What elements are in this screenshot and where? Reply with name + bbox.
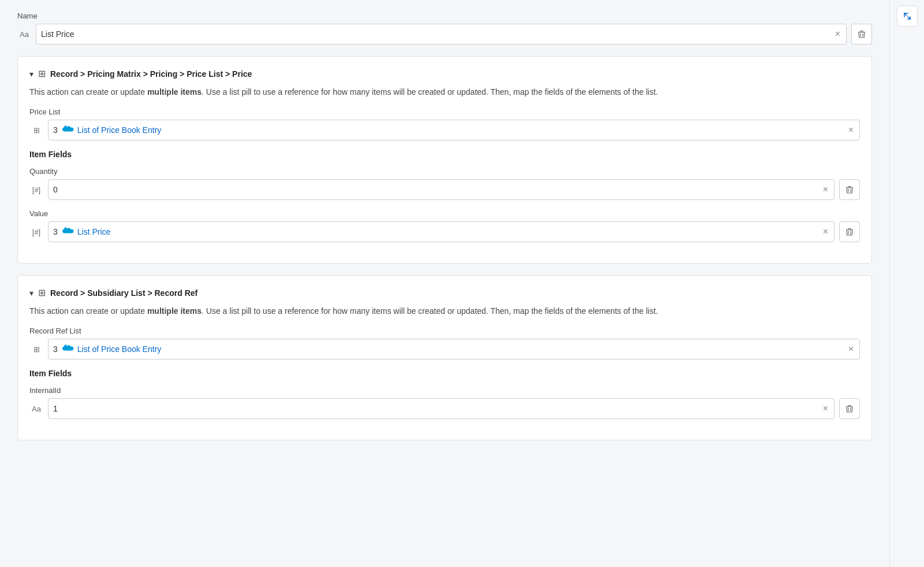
record-ref-pill-number: 3 [53, 344, 58, 354]
value-row: [#] 3 List Price × [29, 221, 860, 242]
price-list-field-group: Price List ⊞ 3 List of Price Book Entry … [29, 108, 860, 140]
section-1-item-fields-label: Item Fields [29, 150, 860, 159]
section-1-description: This action can create or update multipl… [29, 86, 860, 98]
internal-id-input[interactable] [53, 404, 822, 413]
section-2-chevron[interactable]: ▾ [29, 288, 33, 298]
price-list-pill-label: List of Price Book Entry [77, 125, 162, 135]
price-list-clear-button[interactable]: × [847, 125, 855, 135]
value-clear-button[interactable]: × [822, 227, 829, 236]
quantity-field-group: Quantity [#] × [29, 167, 860, 200]
internal-id-row: Aa × [29, 398, 860, 419]
name-type-icon: Aa [17, 27, 31, 41]
price-list-label: Price List [29, 108, 860, 116]
name-input-wrapper: × [36, 24, 847, 45]
name-delete-button[interactable] [851, 24, 872, 45]
name-input[interactable] [41, 29, 834, 39]
quantity-input-wrapper: × [48, 179, 834, 200]
internal-id-type-icon: Aa [29, 402, 43, 416]
trash-icon-3 [845, 227, 854, 236]
section-1-header: ▾ ⊞ Record > Pricing Matrix > Pricing > … [29, 68, 860, 79]
quantity-input[interactable] [53, 185, 822, 194]
svg-rect-1 [860, 31, 863, 31]
salesforce-cloud-icon-1 [61, 125, 74, 135]
internal-id-clear-button[interactable]: × [822, 404, 829, 413]
record-ref-list-field-group: Record Ref List ⊞ 3 List of Price Book E… [29, 327, 860, 360]
section-1-layer-icon: ⊞ [38, 68, 46, 79]
record-ref-layer-icon: ⊞ [29, 342, 43, 356]
value-pill-number: 3 [53, 227, 58, 236]
svg-rect-5 [848, 186, 851, 187]
value-field-group: Value [#] 3 List Price × [29, 209, 860, 242]
salesforce-cloud-icon-2 [61, 227, 74, 236]
name-field-row: Aa × [17, 24, 872, 45]
section-2-breadcrumb: Record > Subsidiary List > Record Ref [50, 288, 198, 298]
value-pill-label: List Price [77, 227, 111, 236]
name-clear-button[interactable]: × [834, 29, 841, 39]
record-ref-clear-button[interactable]: × [847, 344, 855, 354]
internal-id-delete-button[interactable] [839, 398, 860, 419]
quantity-row: [#] × [29, 179, 860, 200]
value-pill: 3 List Price [53, 227, 822, 236]
record-ref-input-wrapper: 3 List of Price Book Entry × [48, 339, 860, 360]
trash-icon [857, 29, 866, 39]
trash-icon-2 [845, 185, 854, 194]
sidebar-right [889, 0, 924, 567]
internal-id-field-group: InternalId Aa × [29, 386, 860, 419]
section-1-breadcrumb: Record > Pricing Matrix > Pricing > Pric… [50, 69, 252, 79]
price-list-input-wrapper: 3 List of Price Book Entry × [48, 120, 860, 140]
svg-rect-0 [858, 32, 865, 32]
section-2-layer-icon: ⊞ [38, 287, 46, 298]
subsidiary-list-section: ▾ ⊞ Record > Subsidiary List > Record Re… [17, 275, 872, 440]
value-label: Value [29, 209, 860, 218]
record-ref-list-label: Record Ref List [29, 327, 860, 335]
svg-rect-8 [846, 229, 853, 230]
price-list-pill-number: 3 [53, 125, 58, 135]
section-2-description: This action can create or update multipl… [29, 305, 860, 317]
collapse-icon [903, 12, 911, 20]
quantity-clear-button[interactable]: × [822, 185, 829, 194]
section-2-item-fields-label: Item Fields [29, 369, 860, 378]
svg-rect-13 [848, 405, 851, 406]
pricing-matrix-section: ▾ ⊞ Record > Pricing Matrix > Pricing > … [17, 56, 872, 264]
value-delete-button[interactable] [839, 221, 860, 242]
internal-id-label: InternalId [29, 386, 860, 395]
salesforce-cloud-icon-3 [61, 344, 74, 354]
record-ref-list-row: ⊞ 3 List of Price Book Entry × [29, 339, 860, 360]
trash-icon-4 [845, 404, 854, 413]
quantity-label: Quantity [29, 167, 860, 176]
svg-rect-4 [846, 187, 853, 188]
name-label: Name [17, 12, 872, 20]
quantity-type-icon: [#] [29, 183, 43, 197]
svg-rect-12 [846, 406, 853, 407]
name-section: Name Aa × [17, 12, 872, 45]
price-list-pill: 3 List of Price Book Entry [53, 125, 847, 135]
section-1-chevron[interactable]: ▾ [29, 69, 33, 79]
price-list-row: ⊞ 3 List of Price Book Entry × [29, 120, 860, 140]
quantity-delete-button[interactable] [839, 179, 860, 200]
section-2-header: ▾ ⊞ Record > Subsidiary List > Record Re… [29, 287, 860, 298]
svg-rect-9 [848, 228, 851, 229]
price-list-layer-icon: ⊞ [29, 123, 43, 137]
collapse-button[interactable] [897, 6, 918, 27]
record-ref-pill: 3 List of Price Book Entry [53, 344, 847, 354]
internal-id-input-wrapper: × [48, 398, 834, 419]
main-content: Name Aa × ▾ ⊞ Rec [0, 0, 889, 567]
value-type-icon: [#] [29, 225, 43, 239]
value-input-wrapper: 3 List Price × [48, 221, 834, 242]
record-ref-pill-label: List of Price Book Entry [77, 344, 162, 354]
